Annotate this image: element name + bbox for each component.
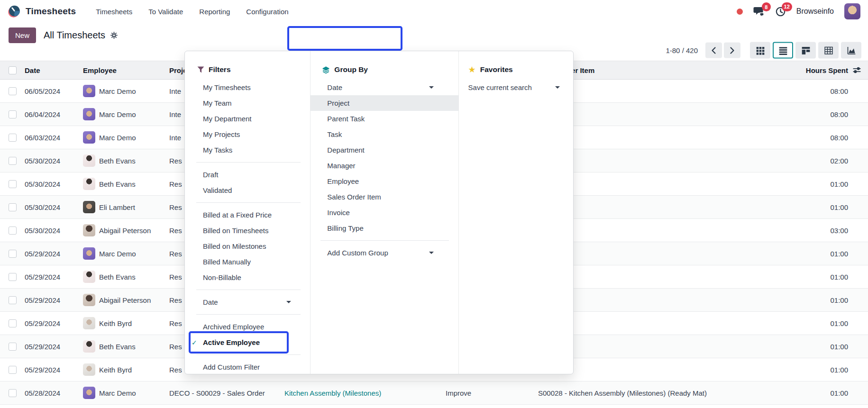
view-graph-button[interactable] — [841, 42, 861, 59]
employee-avatar — [83, 340, 95, 353]
filters-funnel-icon — [197, 66, 204, 73]
filter-item-billed-on-timesheets[interactable]: Billed on Timesheets — [185, 223, 310, 238]
row-checkbox[interactable] — [9, 134, 17, 142]
row-checkbox-cell — [0, 87, 21, 95]
groupby-item-invoice[interactable]: Invoice — [311, 205, 458, 220]
groupby-item-manager[interactable]: Manager — [311, 158, 458, 173]
groupby-item-billing-type[interactable]: Billing Type — [311, 220, 458, 236]
filter-item-billed-at-a-fixed-price[interactable]: Billed at a Fixed Price — [185, 207, 310, 223]
cell-date: 05/30/2024 — [21, 180, 79, 188]
filter-item-archived-employee[interactable]: Archived Employee — [185, 319, 310, 335]
filter-item-my-tasks[interactable]: My Tasks — [185, 142, 310, 158]
filter-item-active-employee[interactable]: ✓Active Employee — [185, 335, 310, 350]
item-label: My Timesheets — [203, 83, 251, 91]
employee-name: Beth Evans — [99, 273, 136, 281]
row-checkbox[interactable] — [9, 157, 17, 165]
item-label: Active Employee — [203, 338, 260, 346]
view-grid-button[interactable] — [750, 42, 770, 59]
groupby-item-employee[interactable]: Employee — [311, 173, 458, 189]
filter-item-date[interactable]: Date — [185, 294, 310, 310]
table-row: 05/28/2024Marc DemoDECO - S00029 - Sales… — [0, 381, 868, 405]
item-label: My Team — [203, 99, 232, 107]
filter-item-my-department[interactable]: My Department — [185, 111, 310, 127]
cell-hours-spent: 01:00 — [752, 343, 868, 351]
user-name[interactable]: Browseinfo — [796, 7, 834, 16]
employee-name: Beth Evans — [99, 157, 136, 165]
employee-name: Marc Demo — [99, 134, 136, 142]
row-checkbox[interactable] — [9, 296, 17, 304]
app-brand[interactable]: Timesheets — [8, 5, 76, 18]
header-checkbox-cell — [0, 66, 21, 74]
row-checkbox[interactable] — [9, 273, 17, 281]
filter-item-add-custom-filter[interactable]: Add Custom Filter — [185, 359, 310, 375]
column-header-date[interactable]: Date — [21, 66, 79, 74]
row-checkbox-cell — [0, 180, 21, 188]
messages-button[interactable]: 8 — [753, 6, 765, 17]
employee-name: Eli Lambert — [99, 203, 135, 211]
filter-item-billed-manually[interactable]: Billed Manually — [185, 254, 310, 270]
optional-columns-icon[interactable] — [852, 66, 861, 74]
filters-title: Filters — [209, 65, 231, 74]
row-checkbox-cell — [0, 389, 21, 397]
menu-reporting[interactable]: Reporting — [199, 8, 230, 16]
menu-timesheets[interactable]: Timesheets — [96, 8, 132, 16]
menu-divider — [196, 314, 301, 315]
item-label: My Projects — [203, 130, 240, 138]
filter-item-my-projects[interactable]: My Projects — [185, 127, 310, 142]
employee-name: Beth Evans — [99, 343, 136, 351]
pager-next-button[interactable] — [724, 43, 740, 58]
row-checkbox[interactable] — [9, 343, 17, 351]
groupby-item-parent-task[interactable]: Parent Task — [311, 111, 458, 127]
column-header-employee[interactable]: Employee — [79, 66, 165, 74]
filter-item-validated[interactable]: Validated — [185, 182, 310, 198]
row-checkbox[interactable] — [9, 366, 17, 374]
row-checkbox[interactable] — [9, 227, 17, 235]
row-checkbox[interactable] — [9, 203, 17, 211]
row-checkbox[interactable] — [9, 180, 17, 188]
view-pivot-button[interactable] — [818, 42, 839, 59]
groupby-item-date[interactable]: Date — [311, 80, 458, 95]
gear-icon[interactable] — [110, 31, 118, 39]
row-checkbox[interactable] — [9, 250, 17, 258]
groupby-item-sales-order-item[interactable]: Sales Order Item — [311, 189, 458, 205]
row-checkbox[interactable] — [9, 87, 17, 95]
filter-item-my-team[interactable]: My Team — [185, 95, 310, 111]
menu-to-validate[interactable]: To Validate — [148, 8, 183, 16]
activities-button[interactable]: 12 — [775, 6, 786, 17]
row-checkbox[interactable] — [9, 319, 17, 327]
employee-avatar — [83, 201, 95, 213]
menu-configuration[interactable]: Configuration — [246, 8, 288, 16]
filter-item-draft[interactable]: Draft — [185, 167, 310, 182]
menu-divider — [196, 162, 301, 163]
groupby-item-task[interactable]: Task — [311, 127, 458, 142]
menu-divider — [196, 354, 301, 355]
cell-hours-spent: 01:00 — [752, 296, 868, 304]
employee-name: Marc Demo — [99, 87, 136, 95]
employee-avatar — [83, 247, 95, 260]
row-checkbox[interactable] — [9, 389, 17, 397]
groupby-item-department[interactable]: Department — [311, 142, 458, 158]
view-list-button[interactable] — [773, 42, 793, 59]
item-label: Project — [327, 99, 349, 107]
favorite-item-save-current-search[interactable]: Save current search — [459, 80, 573, 95]
select-all-checkbox[interactable] — [9, 66, 17, 74]
item-label: Validated — [203, 186, 232, 194]
pager-previous-button[interactable] — [705, 43, 722, 58]
cell-employee: Eli Lambert — [79, 201, 165, 213]
filter-item-my-timesheets[interactable]: My Timesheets — [185, 80, 310, 95]
view-kanban-button[interactable] — [795, 42, 816, 59]
groupby-panel: Group By DateProjectParent TaskTaskDepar… — [311, 51, 458, 374]
groupby-item-project[interactable]: Project — [311, 95, 458, 111]
chevron-down-icon — [286, 301, 291, 303]
user-avatar[interactable] — [844, 3, 860, 19]
new-button[interactable]: New — [9, 27, 36, 43]
cell-task[interactable]: Kitchen Assembly (Milestones) — [281, 389, 442, 397]
groupby-item-add-custom-group[interactable]: Add Custom Group — [311, 245, 458, 261]
cell-sale-order-item: S00028 - Kitchen Assembly (Milestones) (… — [534, 389, 752, 397]
cell-employee: Beth Evans — [79, 178, 165, 190]
filter-item-non-billable[interactable]: Non-Billable — [185, 270, 310, 285]
groupby-layers-icon — [322, 66, 330, 74]
filter-item-billed-on-milestones[interactable]: Billed on Milestones — [185, 238, 310, 254]
column-header-hours-spent[interactable]: Hours Spent — [752, 66, 868, 74]
row-checkbox[interactable] — [9, 110, 17, 118]
